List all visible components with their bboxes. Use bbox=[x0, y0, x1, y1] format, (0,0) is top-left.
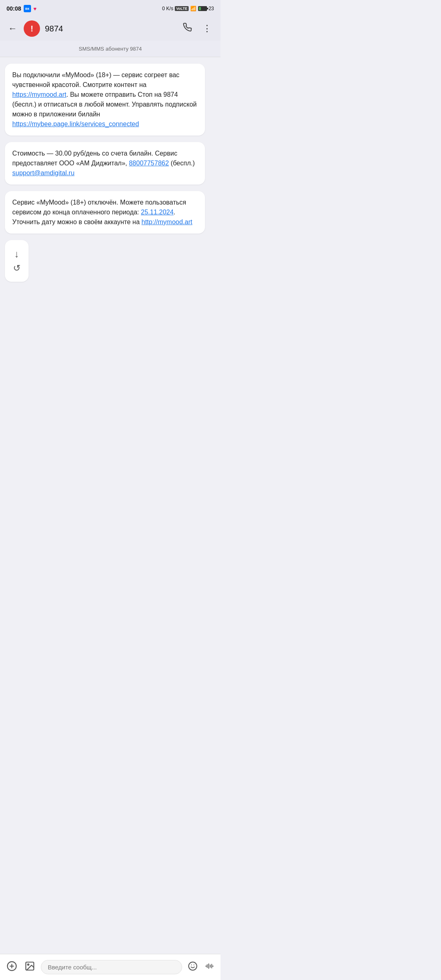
messages-area: Вы подключили «MyMood» (18+) — сервис со… bbox=[0, 57, 220, 327]
link-mybee[interactable]: https://mybee.page.link/services_connect… bbox=[12, 120, 139, 127]
info-bar: SMS/MMS абоненту 9874 bbox=[0, 41, 220, 57]
time-text: 00:08 bbox=[7, 5, 21, 12]
signal-bars: 📶 bbox=[190, 6, 196, 11]
battery-tip bbox=[207, 8, 208, 9]
info-text: SMS/MMS абоненту 9874 bbox=[79, 46, 142, 52]
network-speed: 0 K/s bbox=[162, 6, 173, 11]
down-arrow-icon: ↓ bbox=[14, 248, 19, 260]
message-text-3: Сервис «MyMood» (18+) отключён. Можете п… bbox=[12, 199, 192, 225]
volte-badge: VoLTE bbox=[175, 6, 188, 11]
loading-spinner-icon: ↺ bbox=[13, 263, 20, 274]
message-bubble-2: Стоимость — 30.00 руб/день со счета била… bbox=[5, 142, 205, 185]
message-bubble-1: Вы подключили «MyMood» (18+) — сервис со… bbox=[5, 64, 205, 136]
more-button[interactable]: ⋮ bbox=[200, 22, 214, 36]
status-right: 0 K/s VoLTE 📶 23 bbox=[162, 6, 214, 11]
contact-name: 9874 bbox=[45, 24, 175, 33]
link-phone[interactable]: 88007757862 bbox=[129, 160, 169, 167]
message-bubble-3: Сервис «MyMood» (18+) отключён. Можете п… bbox=[5, 191, 205, 234]
link-date[interactable]: 25.11.2024 bbox=[141, 209, 174, 216]
link-email[interactable]: support@amdigital.ru bbox=[12, 169, 74, 176]
battery-percent: 23 bbox=[209, 6, 214, 11]
heart-icon: ♥ bbox=[33, 6, 37, 12]
avatar-icon: ! bbox=[31, 24, 33, 33]
back-button[interactable]: ← bbox=[7, 22, 19, 36]
status-bar: 00:08 вк ♥ 0 K/s VoLTE 📶 23 bbox=[0, 0, 220, 16]
message-text-2: Стоимость — 30.00 руб/день со счета била… bbox=[12, 150, 195, 176]
vk-icon: вк bbox=[24, 5, 31, 12]
message-text-1: Вы подключили «MyMood» (18+) — сервис со… bbox=[12, 71, 197, 127]
link-mymood-art-2[interactable]: http://mymood.art bbox=[142, 218, 193, 225]
contact-avatar: ! bbox=[24, 20, 40, 37]
battery-icon bbox=[198, 6, 207, 11]
loading-bubble: ↓ ↺ bbox=[5, 240, 29, 282]
link-mymood-art-1[interactable]: https://mymood.art bbox=[12, 91, 67, 98]
nav-bar: ← ! 9874 ⋮ bbox=[0, 16, 220, 41]
battery-fill bbox=[199, 7, 201, 10]
status-left: 00:08 вк ♥ bbox=[7, 5, 37, 12]
call-button[interactable] bbox=[180, 21, 195, 36]
